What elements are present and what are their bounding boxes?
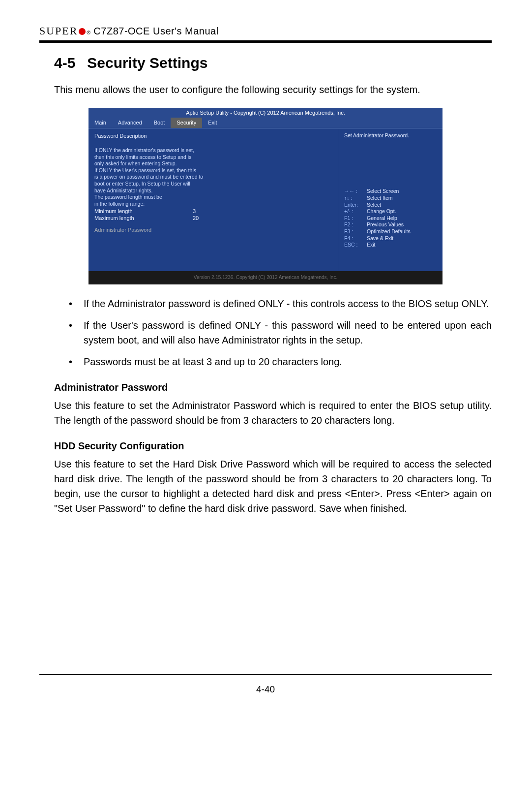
subheading-hdd-security: HDD Security Configuration <box>54 440 492 452</box>
bios-key-desc: Select <box>367 202 381 209</box>
bullet-item: If the User's password is defined ONLY -… <box>69 318 492 347</box>
bios-desc-line: only asked for when entering Setup. <box>94 160 333 167</box>
bios-help-text: Set Administrator Password. <box>344 132 438 139</box>
bios-max-label: Maximum length <box>94 215 193 221</box>
bios-key: F2 : <box>344 221 367 228</box>
brand-text: SUPER <box>39 25 78 37</box>
bios-key-legend: →← :Select Screen ↑↓ :Select Item Enter:… <box>344 188 438 249</box>
bios-key-desc: Save & Exit <box>367 235 393 242</box>
bios-tab-boot: Boot <box>148 118 171 127</box>
bios-max-value: 20 <box>193 215 199 221</box>
bios-desc-title: Password Description <box>94 132 333 139</box>
bios-key: ↑↓ : <box>344 195 367 202</box>
bios-title-bar: Aptio Setup Utility - Copyright (C) 2012… <box>88 108 442 118</box>
bios-desc-line: The password length must be <box>94 194 333 201</box>
bios-key-desc: Optimized Defaults <box>367 228 411 235</box>
bios-desc-line: have Administrator rights. <box>94 187 333 194</box>
bios-min-value: 3 <box>193 208 196 215</box>
bios-key-desc: Exit <box>367 242 376 249</box>
bios-key: Enter: <box>344 202 367 209</box>
bios-key: F3 : <box>344 228 367 235</box>
bios-desc-line: If ONLY the User's password is set, then… <box>94 167 333 174</box>
bios-min-row: Minimum length 3 <box>94 208 333 215</box>
bios-key: +/- : <box>344 208 367 215</box>
bios-key: F1 : <box>344 215 367 222</box>
bios-key: →← : <box>344 188 367 195</box>
bios-key-desc: Previous Values <box>367 221 404 228</box>
bullet-item: Passwords must be at least 3 and up to 2… <box>69 354 492 369</box>
bullet-item: If the Administrator password is defined… <box>69 296 492 311</box>
bios-left-pane: Password Description If ONLY the adminis… <box>88 128 339 271</box>
bios-key-desc: General Help <box>367 215 397 222</box>
bios-key: ESC : <box>344 242 367 249</box>
bios-tab-exit: Exit <box>202 118 223 127</box>
subheading-admin-password: Administrator Password <box>54 382 492 393</box>
bios-key: F4 : <box>344 235 367 242</box>
bios-body: Password Description If ONLY the adminis… <box>88 128 442 271</box>
manual-title: C7Z87-OCE User's Manual <box>93 26 218 37</box>
bios-key-desc: Change Opt. <box>367 208 396 215</box>
bios-key-desc: Select Screen <box>367 188 399 195</box>
hdd-security-body: Use this feature to set the Hard Disk Dr… <box>54 457 492 516</box>
running-header: SUPER® C7Z87-OCE User's Manual <box>39 25 492 37</box>
bios-desc-line: boot or enter Setup. In Setup the User w… <box>94 181 333 187</box>
bios-desc-line: then this only limits access to Setup an… <box>94 154 333 161</box>
bios-help-pane: Set Administrator Password. →← :Select S… <box>339 128 442 271</box>
bullet-list: If the Administrator password is defined… <box>69 296 492 369</box>
registered-mark: ® <box>87 30 90 35</box>
page-number: 4-40 <box>39 684 492 695</box>
document-page: SUPER® C7Z87-OCE User's Manual 4-5Securi… <box>0 0 531 715</box>
bios-desc-line: in the following range: <box>94 201 333 208</box>
bios-selected-item: Administrator Password <box>94 226 333 233</box>
footer-rule <box>39 674 492 675</box>
bios-max-row: Maximum length 20 <box>94 215 333 221</box>
bios-tab-main: Main <box>88 118 112 127</box>
bios-desc-line: is a power on password and must be enter… <box>94 174 333 181</box>
brand-dot-icon <box>79 28 86 35</box>
bios-tab-security: Security <box>171 118 202 127</box>
bios-footer: Version 2.15.1236. Copyright (C) 2012 Am… <box>88 271 442 284</box>
bios-key-desc: Select Item <box>367 195 393 202</box>
section-number: 4-5 <box>54 55 75 71</box>
bios-tab-advanced: Advanced <box>112 118 148 127</box>
bios-tab-row: Main Advanced Boot Security Exit <box>88 118 442 127</box>
bios-screenshot: Aptio Setup Utility - Copyright (C) 2012… <box>88 108 442 284</box>
header-rule <box>39 40 492 43</box>
bios-min-label: Minimum length <box>94 208 193 215</box>
bios-desc-line: If ONLY the administrator's password is … <box>94 147 333 154</box>
admin-password-body: Use this feature to set the Administrato… <box>54 398 492 428</box>
section-title: Security Settings <box>87 55 207 71</box>
section-heading: 4-5Security Settings <box>54 55 492 71</box>
section-intro: This menu allows the user to configure t… <box>54 82 492 97</box>
